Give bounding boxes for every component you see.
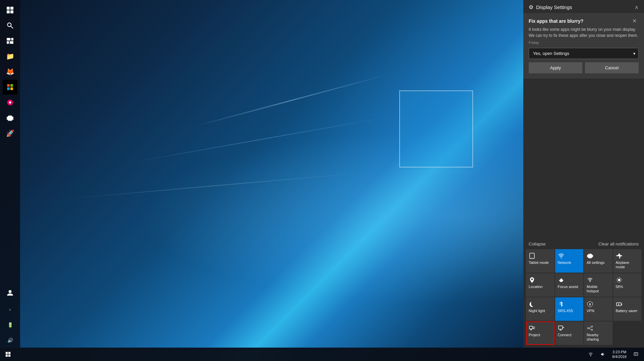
clear-all-button[interactable]: Clear all notifications — [598, 241, 639, 246]
location-icon — [529, 277, 535, 283]
svg-point-4 — [7, 23, 11, 26]
sidebar-icon-groove[interactable] — [3, 95, 17, 110]
notification-close-button[interactable]: ✕ — [630, 18, 639, 24]
svg-point-33 — [589, 303, 591, 305]
taskbar-volume-icon[interactable] — [597, 348, 608, 361]
qa-all-settings-label: All settings — [587, 261, 604, 265]
start-button[interactable] — [0, 348, 16, 361]
svg-rect-11 — [10, 84, 13, 87]
svg-rect-40 — [529, 326, 533, 329]
nearby-sharing-icon — [587, 325, 593, 332]
sidebar-icon-start[interactable] — [3, 3, 17, 17]
ac-controls: Collapse Clear all notifications — [523, 239, 644, 249]
taskbar-network-icon[interactable] — [585, 348, 596, 361]
battery-saver-icon — [616, 301, 623, 307]
sidebar-icon-battery[interactable]: 🔋 — [3, 317, 17, 332]
qa-nearby-sharing[interactable]: Nearby sharing — [584, 321, 612, 345]
qa-battery-saver[interactable]: Battery saver — [613, 297, 642, 321]
sidebar-icon-settings[interactable] — [3, 111, 17, 125]
svg-rect-43 — [533, 327, 535, 328]
svg-line-53 — [589, 328, 591, 330]
qa-tablet-mode-label: Tablet mode — [529, 261, 549, 265]
qa-mobile-hotspot-label: Mobile hotspot — [587, 285, 610, 293]
taskbar-clock[interactable]: 3:23 PM 8/4/2018 — [609, 350, 629, 359]
qa-nearby-sharing-label: Nearby sharing — [587, 333, 610, 342]
qa-empty — [613, 321, 642, 345]
notification-body: It looks like some apps might be blurry … — [529, 26, 639, 39]
svg-rect-13 — [10, 87, 13, 90]
network-icon — [558, 252, 565, 259]
qa-mobile-hotspot[interactable]: Mobile hotspot — [584, 273, 612, 297]
qa-night-light-label: Night light — [529, 309, 545, 313]
qa-brightness-label: 58% — [616, 285, 623, 289]
sidebar-icon-rocket[interactable]: 🚀 — [3, 126, 17, 141]
svg-rect-56 — [6, 355, 8, 357]
svg-point-51 — [591, 329, 593, 331]
qa-network[interactable]: Network — [555, 249, 584, 273]
apply-button[interactable]: Apply — [529, 62, 582, 73]
action-center: ⚙ Display Settings ∧ Fix apps that are b… — [523, 0, 644, 348]
sidebar-icon-volume[interactable]: 🔊 — [3, 333, 17, 348]
notification-buttons: Apply Cancel — [529, 62, 639, 73]
svg-rect-3 — [10, 10, 13, 13]
vpn-icon — [587, 301, 593, 307]
svg-point-23 — [589, 280, 591, 282]
cancel-button[interactable]: Cancel — [585, 62, 639, 73]
focus-assist-icon — [558, 277, 565, 283]
qa-airplane-mode-label: Airplane mode — [616, 261, 639, 269]
sidebar-icon-search[interactable] — [3, 18, 17, 33]
notification-title: Fix apps that are blurry? — [529, 18, 583, 24]
qa-focus-assist[interactable]: Focus assist — [555, 273, 584, 297]
svg-point-50 — [591, 326, 593, 327]
svg-rect-1 — [10, 7, 13, 10]
qa-srs-x55-label: SRS-X55 — [558, 309, 573, 313]
taskbar-time-display: 3:23 PM — [612, 350, 627, 354]
notification-center-button[interactable] — [631, 348, 641, 361]
svg-line-30 — [621, 281, 621, 282]
qa-location[interactable]: Location — [526, 273, 554, 297]
sidebar-icon-expand[interactable]: › — [3, 302, 17, 317]
sidebar-icon-fileexplorer[interactable]: 📁 — [3, 49, 17, 64]
airplane-mode-icon — [616, 252, 623, 259]
qa-tablet-mode[interactable]: Tablet mode — [526, 249, 554, 273]
qa-project[interactable]: Project — [526, 321, 554, 345]
svg-rect-46 — [559, 326, 563, 329]
notification-time: Friday — [529, 41, 639, 45]
qa-airplane-mode[interactable]: Airplane mode — [613, 249, 642, 273]
taskbar-right: 3:23 PM 8/4/2018 — [585, 348, 644, 361]
settings-title-bar: ⚙ Display Settings ∧ — [523, 0, 644, 13]
mobile-hotspot-icon — [587, 277, 593, 283]
bluetooth-icon — [558, 301, 565, 307]
svg-rect-59 — [634, 353, 638, 355]
svg-rect-7 — [11, 38, 13, 41]
collapse-chevron-icon[interactable]: ∧ — [635, 4, 639, 10]
qa-all-settings[interactable]: All settings — [584, 249, 612, 273]
svg-line-5 — [11, 26, 13, 28]
qa-night-light[interactable]: Night light — [526, 297, 554, 321]
connect-icon — [558, 325, 565, 332]
sidebar-icon-store[interactable] — [3, 80, 17, 94]
qa-srs-x55[interactable]: SRS-X55 — [555, 297, 584, 321]
sidebar-icon-taskview[interactable] — [3, 33, 17, 48]
project-icon — [529, 325, 535, 332]
qa-vpn-label: VPN — [587, 309, 594, 313]
svg-rect-6 — [7, 38, 10, 41]
sidebar: 📁 🦊 🚀 › 🔋 🔊 — [0, 0, 20, 348]
qa-connect-label: Connect — [558, 333, 572, 337]
svg-rect-36 — [621, 304, 622, 305]
qa-connect[interactable]: Connect — [555, 321, 584, 345]
svg-rect-0 — [7, 7, 10, 10]
qa-vpn[interactable]: VPN — [584, 297, 612, 321]
svg-line-31 — [621, 278, 621, 279]
svg-line-29 — [617, 278, 618, 279]
svg-point-49 — [587, 328, 589, 329]
collapse-button[interactable]: Collapse — [529, 241, 546, 246]
qa-brightness[interactable]: 58% — [613, 273, 642, 297]
svg-point-15 — [9, 101, 11, 104]
svg-line-52 — [589, 327, 591, 328]
taskbar-date-display: 8/4/2018 — [612, 354, 627, 359]
svg-rect-55 — [8, 352, 10, 354]
sidebar-icon-firefox[interactable]: 🦊 — [3, 64, 17, 79]
sidebar-icon-people[interactable] — [3, 285, 17, 300]
notification-dropdown[interactable]: Yes, open Settings No — [529, 48, 639, 59]
